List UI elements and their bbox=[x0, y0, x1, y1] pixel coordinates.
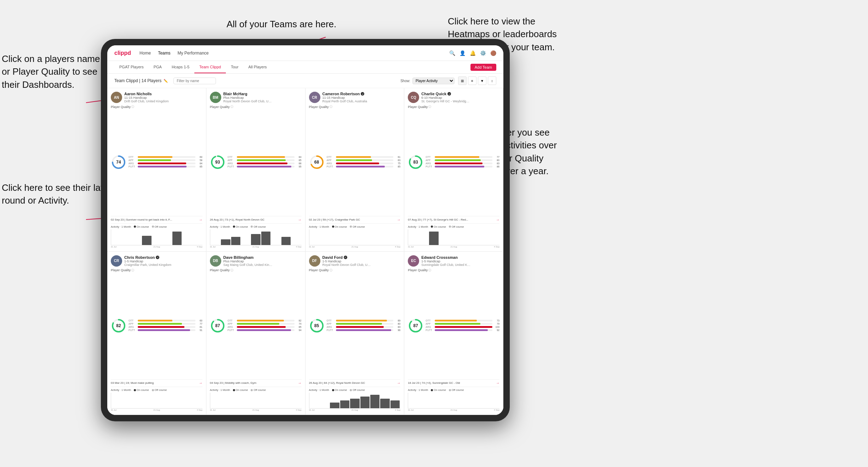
stat-row: APP 80 bbox=[327, 323, 401, 325]
sort-button[interactable]: ↕ bbox=[488, 76, 496, 85]
player-name[interactable]: Cameron Robertson✓ bbox=[322, 92, 401, 96]
player-name[interactable]: Dave Billingham bbox=[223, 255, 302, 260]
player-name[interactable]: Chris Robertson✓ bbox=[124, 255, 202, 260]
filter-button[interactable]: ▼ bbox=[478, 76, 486, 85]
round-text: 02 Sep 23 | Sunriver round to get back i… bbox=[111, 218, 172, 221]
activity-section: Activity · 1 Month On course Off course … bbox=[210, 387, 302, 411]
latest-round[interactable]: 07 Aug 23 | 77 (+7), St George's Hill GC… bbox=[408, 216, 499, 222]
donut-chart[interactable]: 85 bbox=[309, 318, 325, 334]
latest-round[interactable]: 18 Jul 23 | 74 (+4), Sunningdale GC - Ol… bbox=[408, 379, 499, 385]
tab-pga[interactable]: PGA bbox=[149, 61, 167, 73]
activity-section: Activity · 1 Month On course Off course … bbox=[408, 387, 499, 411]
player-card-chris-robertson[interactable]: CR Chris Robertson✓ 1-5 Handicap Craigmi… bbox=[107, 252, 206, 415]
player-name[interactable]: Charlie Quick✓ bbox=[421, 92, 499, 96]
stat-bar-bg bbox=[336, 326, 394, 328]
player-card-aaron-nicholls[interactable]: AN Aaron Nicholls 11-15 Handicap Drift G… bbox=[107, 88, 206, 252]
off-course-dot bbox=[152, 226, 154, 228]
player-name[interactable]: David Ford✓ bbox=[322, 255, 401, 260]
quality-label[interactable]: Player Quality ⓘ bbox=[111, 105, 202, 109]
annotation-dashboard: Click on a players nameor Player Quality… bbox=[2, 52, 100, 91]
latest-round[interactable]: 02 Jul 23 | 59 (+17), Craigmillar Park G… bbox=[309, 216, 401, 222]
list-view-button[interactable]: ≡ bbox=[468, 76, 476, 85]
round-arrow[interactable]: → bbox=[298, 218, 302, 222]
date-mid: 21 Aug bbox=[252, 246, 259, 248]
quality-label[interactable]: Player Quality ⓘ bbox=[309, 105, 401, 109]
nav-teams[interactable]: Teams bbox=[158, 51, 170, 56]
player-name[interactable]: Blair McHarg bbox=[223, 92, 302, 96]
stat-bar-bg bbox=[138, 163, 195, 164]
edit-icon[interactable]: ✏️ bbox=[164, 79, 168, 83]
off-course-legend: Off course bbox=[152, 388, 167, 392]
quality-label[interactable]: Player Quality ⓘ bbox=[408, 268, 499, 272]
nav-logo: clippd bbox=[114, 50, 131, 56]
date-start: 31 Jul bbox=[111, 409, 116, 411]
donut-chart[interactable]: 93 bbox=[210, 154, 225, 170]
donut-chart[interactable]: 87 bbox=[210, 318, 225, 334]
tab-tour[interactable]: Tour bbox=[226, 61, 243, 73]
donut-chart[interactable]: 74 bbox=[111, 154, 126, 170]
donut-chart[interactable]: 68 bbox=[309, 154, 325, 170]
round-arrow[interactable]: → bbox=[397, 218, 400, 222]
on-course-text: On course bbox=[434, 225, 446, 228]
bell-icon[interactable]: 🔔 bbox=[470, 50, 476, 56]
on-course-dot bbox=[332, 389, 334, 391]
round-arrow[interactable]: → bbox=[298, 381, 302, 385]
stat-label: OTT bbox=[327, 156, 335, 158]
quality-score-value: 87 bbox=[413, 323, 418, 328]
donut-chart[interactable]: 83 bbox=[408, 154, 423, 170]
search-icon[interactable]: 🔍 bbox=[449, 50, 455, 56]
latest-round[interactable]: 26 Aug 23 | 73 (+1), Royal North Devon G… bbox=[210, 216, 302, 222]
quality-label[interactable]: Player Quality ⓘ bbox=[210, 105, 302, 109]
quality-label[interactable]: Player Quality ⓘ bbox=[309, 268, 401, 272]
tab-pgat[interactable]: PGAT Players bbox=[114, 61, 149, 73]
player-card-blair-mcharg[interactable]: BM Blair McHarg Plus Handicap Royal Nort… bbox=[206, 88, 305, 252]
stat-row: ARG 83 bbox=[327, 326, 401, 328]
latest-round[interactable]: 03 Mar 23 | 19; Must make putting → bbox=[111, 379, 202, 385]
grid-view-button[interactable]: ⊞ bbox=[458, 76, 467, 85]
player-name[interactable]: Edward Crosssman bbox=[421, 255, 499, 260]
tab-hcaps[interactable]: Hcaps 1-5 bbox=[167, 61, 194, 73]
user-icon[interactable]: 👤 bbox=[459, 50, 466, 56]
stat-value: 85 bbox=[395, 165, 400, 168]
avatar-icon[interactable]: 🟤 bbox=[490, 50, 496, 56]
latest-round[interactable]: 04 Sep 23 | Mobility with coach, Gym → bbox=[210, 379, 302, 385]
nav-my-performance[interactable]: My Performance bbox=[177, 51, 209, 56]
off-course-text: Off course bbox=[253, 225, 265, 228]
quality-label[interactable]: Player Quality ⓘ bbox=[111, 268, 202, 272]
player-card-cameron-robertson[interactable]: CR Cameron Robertson✓ 11-15 Handicap Roy… bbox=[305, 88, 405, 252]
player-card-dave-billingham[interactable]: DB Dave Billingham Plus Handicap Sag Mai… bbox=[206, 252, 305, 415]
round-arrow[interactable]: → bbox=[397, 381, 400, 385]
quality-label[interactable]: Player Quality ⓘ bbox=[408, 105, 499, 109]
show-select[interactable]: Player Activity Quality Score Trend bbox=[412, 78, 455, 84]
activity-header: Activity · 1 Month On course Off course bbox=[408, 388, 499, 392]
quality-score-value: 87 bbox=[215, 323, 220, 328]
add-team-button[interactable]: Add Team bbox=[470, 64, 496, 71]
latest-round[interactable]: 26 Aug 23 | 84 (+12), Royal North Devon … bbox=[309, 379, 401, 385]
player-card-edward-crossman[interactable]: EC Edward Crosssman 1-5 Handicap Sunning… bbox=[404, 252, 503, 415]
stat-row: PUTT 94 bbox=[228, 329, 302, 331]
tab-team-clippd[interactable]: Team Clippd bbox=[194, 61, 226, 73]
player-name[interactable]: Aaron Nicholls bbox=[124, 92, 202, 96]
player-card-charlie-quick[interactable]: CQ Charlie Quick✓ 6-10 Handicap St. Geor… bbox=[404, 88, 503, 252]
round-arrow[interactable]: → bbox=[496, 218, 499, 222]
search-input[interactable] bbox=[173, 78, 216, 84]
round-arrow[interactable]: → bbox=[496, 381, 499, 385]
stats-bars: OTT 61 APP 63 ARG 75 bbox=[327, 156, 401, 169]
donut-chart[interactable]: 87 bbox=[408, 318, 423, 334]
player-card-david-ford[interactable]: DF David Ford✓ 1-5 Handicap Royal North … bbox=[305, 252, 405, 415]
settings-icon[interactable]: ⚙️ bbox=[480, 50, 486, 56]
stat-bar-fill bbox=[336, 320, 387, 321]
nav-home[interactable]: Home bbox=[139, 51, 151, 56]
activity-header: Activity · 1 Month On course Off course bbox=[210, 388, 302, 392]
quality-label[interactable]: Player Quality ⓘ bbox=[210, 268, 302, 272]
tab-all-players[interactable]: All Players bbox=[244, 61, 272, 73]
round-arrow[interactable]: → bbox=[199, 218, 202, 222]
donut-chart[interactable]: 82 bbox=[111, 318, 126, 334]
player-handicap: 1-5 Handicap bbox=[322, 260, 401, 263]
stat-bar-fill bbox=[138, 320, 172, 321]
stat-bar-fill bbox=[435, 159, 481, 161]
latest-round[interactable]: 02 Sep 23 | Sunriver round to get back i… bbox=[111, 216, 202, 222]
stat-row: APP 74 bbox=[228, 323, 302, 325]
stats-bars: OTT 60 APP 58 ARG 84 bbox=[129, 156, 202, 169]
round-arrow[interactable]: → bbox=[199, 381, 202, 385]
